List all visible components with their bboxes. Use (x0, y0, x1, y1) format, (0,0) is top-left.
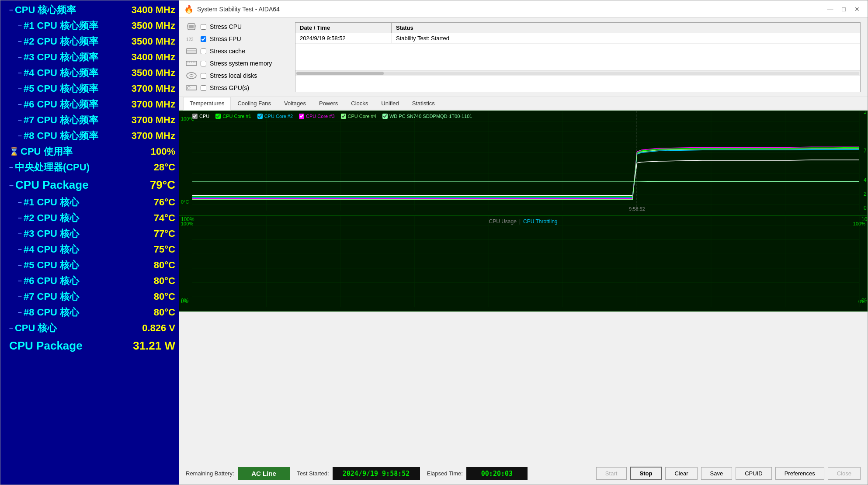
sidebar-label-5: #5 CPU 核心频率 (24, 82, 98, 95)
legend-cpu[interactable]: CPU (192, 114, 209, 119)
stress-disks-checkbox[interactable] (201, 73, 206, 79)
log-header: Date / Time Status (295, 23, 860, 33)
legend-wd-checkbox[interactable] (382, 114, 388, 119)
sidebar-label-core6: #6 CPU 核心 (24, 274, 79, 288)
close-window-button[interactable]: ✕ (852, 5, 862, 14)
save-button[interactable]: Save (701, 467, 733, 480)
legend-core4-checkbox[interactable] (341, 114, 346, 119)
stress-gpu-checkbox[interactable] (201, 85, 206, 91)
legend-core3-checkbox[interactable] (299, 114, 304, 119)
stress-memory-label[interactable]: Stress system memory (210, 60, 272, 67)
sidebar-row-cpu-temp: – 中央处理器(CPU) 28°C (0, 159, 179, 175)
stress-option-cache: Stress cache (186, 47, 286, 55)
legend-core1-label: CPU Core #1 (222, 114, 251, 119)
sidebar-row-cpu-voltage: – CPU 核心 0.826 V (0, 320, 179, 336)
legend-core1-checkbox[interactable] (215, 114, 221, 119)
clear-button[interactable]: Clear (665, 467, 697, 480)
sidebar-value-core1: 76°C (154, 197, 175, 208)
stress-option-cpu: Stress CPU (186, 22, 286, 31)
dash-icon-c8: – (18, 308, 22, 316)
sidebar-label-6: #6 CPU 核心频率 (24, 98, 98, 111)
sidebar-value-2: 3500 MHz (132, 36, 175, 47)
sidebar-label-3: #3 CPU 核心频率 (24, 51, 98, 64)
tab-cooling-fans[interactable]: Cooling Fans (231, 97, 278, 110)
tab-temperatures[interactable]: Temperatures (183, 97, 231, 111)
sidebar-label-2: #2 CPU 核心频率 (24, 35, 98, 48)
tab-unified[interactable]: Unified (375, 97, 405, 110)
dash-icon-7: – (18, 116, 22, 124)
chart-legend-top: CPU CPU Core #1 CPU Core #2 CPU Core #3 (192, 114, 472, 119)
cache-icon (186, 47, 197, 55)
svg-rect-21 (187, 87, 190, 89)
legend-core3[interactable]: CPU Core #3 (299, 114, 334, 119)
disk-icon (186, 71, 197, 80)
stress-fpu-label[interactable]: Stress FPU (210, 35, 241, 42)
legend-core2-checkbox[interactable] (257, 114, 263, 119)
dash-icon-temp: – (9, 163, 13, 171)
sidebar-label-core3: #3 CPU 核心 (24, 227, 79, 240)
stop-button[interactable]: Stop (630, 467, 662, 480)
sidebar-row-core5: – #5 CPU 核心 80°C (0, 257, 179, 273)
svg-rect-16 (193, 61, 194, 62)
dash-icon-v: – (9, 324, 13, 332)
cpuid-button[interactable]: CPUID (736, 467, 771, 480)
stress-gpu-label[interactable]: Stress GPU(s) (210, 84, 249, 91)
stress-fpu-checkbox[interactable] (201, 36, 206, 42)
gpu-icon (186, 83, 197, 92)
sidebar-row-cpu1-freq: – #1 CPU 核心频率 3500 MHz (0, 18, 179, 34)
sidebar-label-core4: #4 CPU 核心 (24, 243, 79, 256)
sidebar-value-core6: 80°C (154, 275, 175, 287)
dash-icon-pkg: – (9, 180, 14, 190)
log-cell-status-0: Stability Test: Started (392, 33, 454, 43)
svg-rect-15 (191, 61, 192, 62)
preferences-button[interactable]: Preferences (775, 467, 824, 480)
legend-cpu-checkbox[interactable] (192, 114, 198, 119)
scrollbar-track[interactable] (296, 72, 859, 75)
sidebar-row-cpu5-freq: – #5 CPU 核心频率 3700 MHz (0, 81, 179, 97)
stress-memory-checkbox[interactable] (201, 61, 206, 66)
svg-point-19 (190, 75, 193, 77)
close-button[interactable]: Close (828, 467, 861, 480)
stress-cpu-label[interactable]: Stress CPU (210, 23, 242, 30)
app-icon: 🔥 (184, 4, 194, 14)
stress-disks-label[interactable]: Stress local disks (210, 72, 257, 79)
tab-bar: Temperatures Cooling Fans Voltages Power… (179, 97, 868, 111)
usage-y-right-top: 100% (853, 221, 865, 226)
tab-voltages[interactable]: Voltages (278, 97, 312, 110)
dash-icon-c6: – (18, 277, 22, 285)
tab-powers[interactable]: Powers (312, 97, 344, 110)
config-area: Stress CPU 123 Stress FPU Stress cache (179, 18, 868, 97)
titlebar-title: System Stability Test - AIDA64 (197, 6, 280, 13)
sidebar-label-core1: #1 CPU 核心 (24, 196, 79, 209)
start-button[interactable]: Start (596, 467, 627, 480)
sidebar-row-core2: – #2 CPU 核心 74°C (0, 210, 179, 226)
legend-core3-label: CPU Core #3 (306, 114, 334, 119)
sidebar-value-core8: 80°C (154, 307, 175, 318)
sidebar-row-cpu-freq: – CPU 核心频率 3400 MHz (0, 2, 179, 18)
tab-statistics[interactable]: Statistics (406, 97, 441, 110)
legend-wd[interactable]: WD PC SN740 SDDPMQD-1T00-1101 (382, 114, 472, 119)
svg-text:0°C: 0°C (864, 205, 867, 211)
sidebar-value-6: 3700 MHz (132, 99, 175, 110)
scrollbar-thumb[interactable] (296, 72, 384, 75)
action-buttons: Start Stop Clear Save CPUID Preferences … (596, 467, 861, 480)
usage-y-bottom: 0% (181, 299, 188, 304)
legend-core1[interactable]: CPU Core #1 (215, 114, 251, 119)
minimize-button[interactable]: — (825, 5, 836, 14)
sidebar-value-7: 3700 MHz (132, 114, 175, 126)
maximize-button[interactable]: □ (840, 5, 848, 14)
titlebar-controls[interactable]: — □ ✕ (825, 5, 862, 14)
stress-option-disks: Stress local disks (186, 71, 286, 80)
sidebar-value-core4: 75°C (154, 244, 175, 255)
usage-chart: CPU Usage | CPU Throttling (179, 215, 868, 312)
log-scrollbar[interactable] (295, 70, 860, 76)
stress-cache-checkbox[interactable] (201, 48, 206, 54)
sidebar-label-cpu-package: CPU Package (15, 178, 89, 192)
tab-clocks[interactable]: Clocks (344, 97, 375, 110)
stress-cpu-checkbox[interactable] (201, 24, 206, 30)
test-started-group: Test Started: 2024/9/19 9:58:52 (297, 467, 420, 480)
legend-core2[interactable]: CPU Core #2 (257, 114, 293, 119)
stress-cache-label[interactable]: Stress cache (210, 48, 245, 55)
legend-core4[interactable]: CPU Core #4 (341, 114, 376, 119)
bottom-bar: Remaining Battery: AC Line Test Started:… (179, 462, 868, 485)
